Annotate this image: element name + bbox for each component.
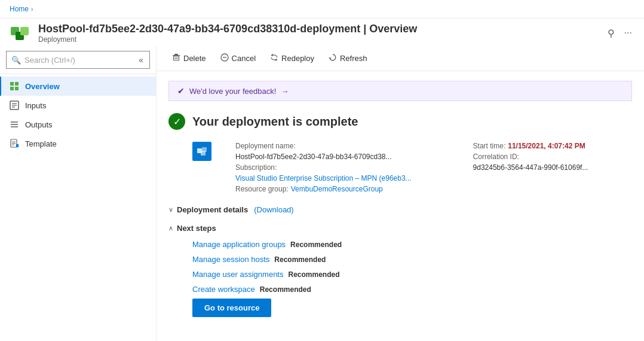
breadcrumb: Home › bbox=[0, 0, 644, 19]
template-icon bbox=[10, 139, 19, 148]
info-details-left: Deployment name: HostPool-fd7b5ee2-2d30-… bbox=[235, 142, 449, 193]
content-scroll: ✔ We'd love your feedback! → ✓ Your depl… bbox=[157, 71, 644, 341]
sidebar-item-label-outputs: Outputs bbox=[25, 120, 53, 129]
info-row-correlation: Correlation ID: 9d3245b6-3564-447a-990f-… bbox=[473, 153, 632, 172]
deployment-icon bbox=[10, 22, 31, 44]
deployment-details-section: ∨ Deployment details (Download) bbox=[168, 205, 632, 214]
next-step-item-2: Manage user assignments Recommended bbox=[192, 270, 632, 279]
refresh-icon bbox=[329, 53, 337, 63]
delete-button[interactable]: Delete bbox=[166, 50, 212, 67]
deployment-details-label: Deployment details bbox=[177, 205, 248, 214]
svg-rect-29 bbox=[202, 147, 207, 152]
deployment-details-toggle[interactable]: ∨ Deployment details (Download) bbox=[168, 205, 294, 214]
next-steps-label: Next steps bbox=[177, 224, 216, 233]
collapse-button[interactable]: « bbox=[137, 54, 145, 66]
refresh-label: Refresh bbox=[340, 54, 367, 63]
sidebar-item-overview[interactable]: Overview bbox=[0, 77, 156, 96]
svg-rect-6 bbox=[15, 87, 19, 90]
redeploy-icon bbox=[270, 53, 278, 63]
delete-label: Delete bbox=[183, 54, 206, 63]
info-row-resource-group: Resource group: VembuDemoResourceGroup bbox=[235, 185, 449, 193]
cancel-button[interactable]: Cancel bbox=[214, 50, 262, 67]
deployment-info-icon bbox=[192, 142, 211, 161]
more-button[interactable]: ··· bbox=[622, 26, 634, 39]
next-step-link-0[interactable]: Manage application groups bbox=[192, 240, 286, 249]
resource-group-value: VembuDemoResourceGroup bbox=[291, 185, 383, 193]
next-steps-toggle[interactable]: ∧ Next steps bbox=[168, 224, 216, 233]
next-step-item-0: Manage application groups Recommended bbox=[192, 240, 632, 249]
go-to-resource-button[interactable]: Go to resource bbox=[192, 299, 271, 317]
correlation-value: 9d3245b6-3564-447a-990f-61069f... bbox=[473, 163, 588, 172]
deployment-info-section: Deployment name: HostPool-fd7b5ee2-2d30-… bbox=[192, 142, 632, 193]
sidebar-item-label-template: Template bbox=[25, 139, 57, 148]
next-step-link-2[interactable]: Manage user assignments bbox=[192, 270, 283, 279]
breadcrumb-separator: › bbox=[31, 6, 33, 13]
info-row-subscription: Subscription: Visual Studio Enterprise S… bbox=[235, 163, 449, 182]
sidebar: 🔍 « Overview Inputs bbox=[0, 46, 157, 341]
feedback-banner: ✔ We'd love your feedback! → bbox=[168, 81, 632, 101]
header-actions: ⚲ ··· bbox=[605, 26, 634, 40]
sidebar-item-outputs[interactable]: Outputs bbox=[0, 115, 156, 134]
info-row-name: Deployment name: HostPool-fd7b5ee2-2d30-… bbox=[235, 142, 449, 161]
refresh-button[interactable]: Refresh bbox=[323, 50, 373, 67]
details-chevron: ∨ bbox=[168, 206, 173, 214]
svg-rect-3 bbox=[10, 82, 14, 86]
svg-rect-20 bbox=[173, 55, 180, 56]
deployment-success-icon: ✓ bbox=[168, 113, 185, 130]
page-subtitle: Deployment bbox=[38, 35, 598, 44]
svg-rect-5 bbox=[10, 87, 14, 90]
sidebar-search-container: 🔍 « bbox=[0, 46, 156, 74]
toolbar: Delete Cancel Redeploy bbox=[157, 46, 644, 71]
header-text-group: HostPool-fd7b5ee2-2d30-47a9-bb34-6709cd3… bbox=[38, 23, 598, 44]
page-title: HostPool-fd7b5ee2-2d30-47a9-bb34-6709cd3… bbox=[38, 23, 598, 35]
inputs-icon bbox=[10, 101, 19, 110]
download-link[interactable]: (Download) bbox=[254, 205, 293, 214]
redeploy-label: Redeploy bbox=[281, 54, 314, 63]
redeploy-button[interactable]: Redeploy bbox=[264, 50, 320, 67]
svg-marker-18 bbox=[16, 144, 19, 147]
name-value: HostPool-fd7b5ee2-2d30-47a9-bb34-6709cd3… bbox=[235, 153, 392, 161]
next-step-badge-3: Recommended bbox=[260, 285, 311, 294]
outputs-icon bbox=[10, 120, 19, 129]
next-step-badge-1: Recommended bbox=[274, 255, 326, 264]
next-step-link-3[interactable]: Create workspace bbox=[192, 285, 255, 294]
overview-icon bbox=[10, 81, 19, 91]
content-area: Delete Cancel Redeploy bbox=[157, 46, 644, 341]
feedback-icon: ✔ bbox=[177, 86, 185, 96]
next-step-badge-2: Recommended bbox=[288, 270, 339, 279]
start-time-value: 11/15/2021, 4:07:42 PM bbox=[508, 142, 585, 150]
sidebar-item-inputs[interactable]: Inputs bbox=[0, 96, 156, 115]
svg-rect-4 bbox=[15, 82, 19, 86]
info-row-start: Start time: 11/15/2021, 4:07:42 PM bbox=[473, 142, 632, 150]
correlation-label: Correlation ID: bbox=[473, 153, 519, 161]
deployment-complete-header: ✓ Your deployment is complete bbox=[168, 113, 632, 130]
breadcrumb-home[interactable]: Home bbox=[10, 5, 29, 13]
sidebar-item-label-inputs: Inputs bbox=[25, 101, 46, 110]
main-layout: 🔍 « Overview Inputs bbox=[0, 46, 644, 341]
next-step-item-3: Create workspace Recommended bbox=[192, 285, 632, 294]
pin-button[interactable]: ⚲ bbox=[605, 26, 617, 40]
subscription-label: Subscription: bbox=[235, 163, 277, 172]
next-step-link-1[interactable]: Manage session hosts bbox=[192, 255, 269, 264]
sidebar-nav: Overview Inputs Outputs bbox=[0, 74, 156, 341]
delete-icon bbox=[172, 53, 180, 63]
sidebar-item-label-overview: Overview bbox=[25, 82, 60, 91]
start-time-label: Start time: bbox=[473, 142, 506, 150]
search-input[interactable] bbox=[24, 56, 134, 65]
next-step-badge-0: Recommended bbox=[290, 240, 342, 249]
feedback-link[interactable]: → bbox=[281, 87, 289, 96]
check-symbol: ✓ bbox=[173, 116, 181, 127]
name-label: Deployment name: bbox=[235, 142, 296, 150]
feedback-text: We'd love your feedback! bbox=[189, 87, 276, 96]
next-steps-list: Manage application groups Recommended Ma… bbox=[192, 240, 632, 294]
sidebar-item-template[interactable]: Template bbox=[0, 134, 156, 153]
next-step-item-1: Manage session hosts Recommended bbox=[192, 255, 632, 264]
next-steps-section: ∧ Next steps Manage application groups R… bbox=[168, 224, 632, 317]
resource-group-label: Resource group: bbox=[235, 185, 289, 193]
search-box: 🔍 « bbox=[6, 51, 150, 69]
subscription-value: Visual Studio Enterprise Subscription – … bbox=[235, 174, 412, 182]
page-header: HostPool-fd7b5ee2-2d30-47a9-bb34-6709cd3… bbox=[0, 19, 644, 46]
svg-rect-2 bbox=[20, 27, 29, 35]
cancel-icon bbox=[220, 53, 229, 63]
svg-rect-19 bbox=[174, 54, 178, 55]
